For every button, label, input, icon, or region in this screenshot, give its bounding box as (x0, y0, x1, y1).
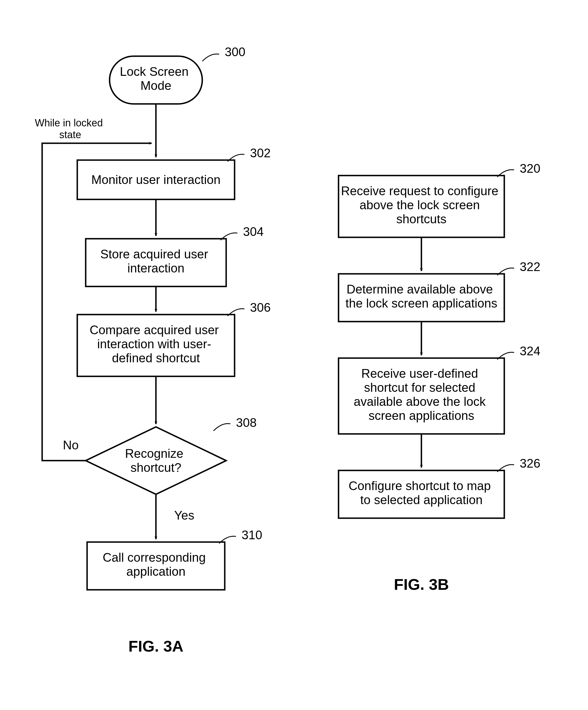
text-306-l1: Compare acquired user (90, 323, 219, 337)
text-310-l1: Call corresponding (102, 550, 206, 564)
text-302: Monitor user interaction (91, 173, 220, 187)
caption-fig-3a: FIG. 3A (128, 637, 184, 655)
node-310: Call corresponding application (87, 542, 225, 590)
caption-fig-3b: FIG. 3B (394, 575, 449, 593)
ref-308: 308 (236, 416, 257, 429)
text-304-l2: interaction (127, 261, 184, 275)
ref-302: 302 (250, 146, 271, 160)
ref-320: 320 (520, 162, 540, 175)
ref-310: 310 (242, 528, 262, 542)
diagram-page: Lock Screen Mode 300 While in locked sta… (0, 0, 588, 710)
start-text-line2: Mode (140, 79, 171, 92)
node-324: Receive user-defined shortcut for select… (338, 358, 504, 434)
ref-304: 304 (243, 225, 263, 238)
node-306: Compare acquired user interaction with u… (77, 314, 235, 376)
node-start-300: Lock Screen Mode (110, 56, 202, 104)
loop-label: While in locked state (35, 117, 105, 140)
node-304: Store acquired user interaction (86, 239, 226, 286)
ref-322: 322 (520, 260, 540, 274)
text-308-l2: shortcut? (131, 460, 182, 474)
text-308-l1: Recognize (125, 447, 184, 460)
text-304-l1: Store acquired user (100, 247, 208, 261)
diagram-svg: Lock Screen Mode 300 While in locked sta… (0, 0, 588, 710)
node-322: Determine available above the lock scree… (338, 274, 504, 322)
start-text-line1: Lock Screen (120, 65, 189, 78)
ref-306: 306 (250, 301, 271, 314)
node-decision-308: Recognize shortcut? (86, 427, 226, 494)
text-306-l2: interaction with user- (97, 337, 211, 351)
svg-text:Receive user-defined
      sho: Receive user-defined shortcut for select… (354, 366, 489, 422)
ref-326: 326 (520, 456, 540, 470)
node-326: Configure shortcut to map to selected ap… (338, 470, 504, 518)
node-302: Monitor user interaction (77, 160, 235, 199)
text-310-l2: application (126, 565, 185, 578)
label-no: No (63, 438, 79, 452)
ref-324: 324 (520, 344, 540, 358)
node-320: Receive request to configure above the l… (338, 175, 504, 237)
text-306-l3: defined shortcut (112, 351, 200, 365)
leader-300 (202, 54, 219, 61)
svg-text:Determine available above
    : Determine available above the lock scree… (346, 282, 497, 310)
svg-text:Configure shortcut to map
    : Configure shortcut to map to selected ap… (349, 479, 494, 507)
leader-308 (213, 424, 230, 431)
ref-300: 300 (225, 45, 245, 59)
svg-text:Recognize
      shortcut?: Recognize shortcut? (125, 447, 187, 474)
label-yes: Yes (174, 508, 194, 522)
